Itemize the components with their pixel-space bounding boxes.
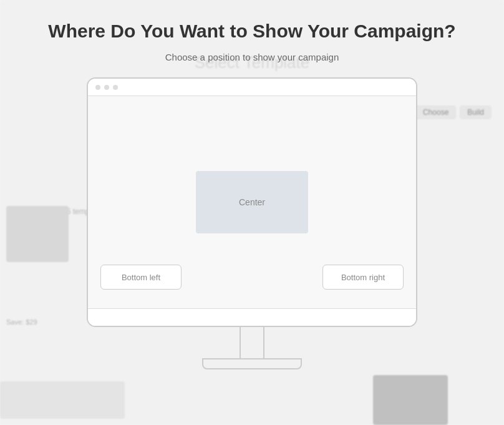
page-subtitle: Choose a position to show your campaign [165, 52, 339, 62]
monitor-wrapper: Center Bottom left Bottom right [87, 77, 417, 369]
position-bottom-right[interactable]: Bottom right [322, 265, 404, 290]
monitor-bottom-bar [88, 308, 416, 326]
monitor-screen: Center Bottom left Bottom right [88, 96, 416, 308]
monitor-dot-1 [95, 85, 100, 90]
monitor-stand-neck [240, 327, 264, 358]
page-title: Where Do You Want to Show Your Campaign? [48, 19, 455, 43]
monitor-dot-3 [113, 85, 118, 90]
monitor-stand-base [202, 358, 302, 369]
modal-overlay: Where Do You Want to Show Your Campaign?… [0, 0, 504, 425]
monitor-body: Center Bottom left Bottom right [87, 77, 417, 327]
monitor-dot-2 [104, 85, 109, 90]
position-center[interactable]: Center [196, 171, 308, 233]
position-bottom-left[interactable]: Bottom left [100, 265, 182, 290]
monitor-top-bar [88, 79, 416, 96]
